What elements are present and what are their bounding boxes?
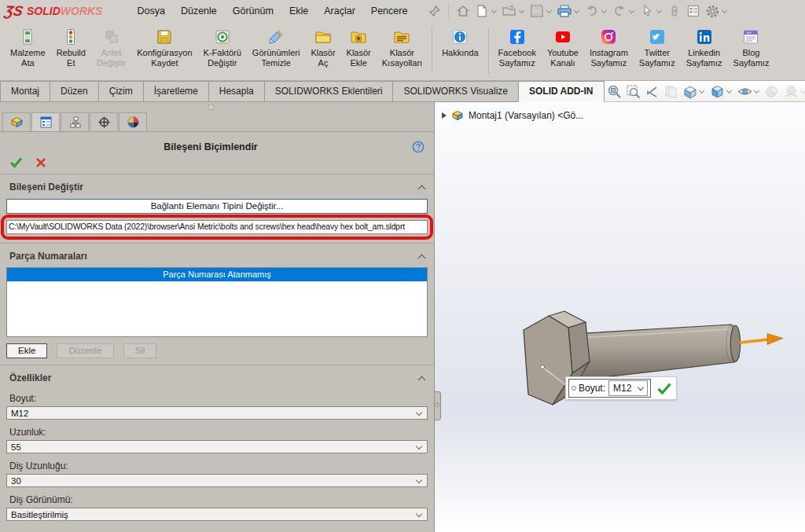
print-button[interactable] bbox=[555, 2, 583, 20]
undo-icon bbox=[583, 2, 601, 20]
thread-display-dropdown[interactable]: Basitleştirilmiş bbox=[6, 508, 428, 521]
change-k-factor-button[interactable]: K-Faktörü Değiştir bbox=[198, 28, 247, 69]
component-path-wrap: C:\MyVault\SOLIDWORKS Data (2022)\browse… bbox=[6, 220, 428, 234]
home-icon bbox=[454, 2, 472, 20]
section-view-button[interactable] bbox=[682, 83, 707, 100]
zoom-to-area-button[interactable] bbox=[625, 83, 641, 100]
undo-button[interactable] bbox=[583, 2, 610, 20]
magnet-toggle-button[interactable] bbox=[665, 2, 684, 20]
blog-page-button[interactable]: Blog Sayfamız bbox=[728, 28, 775, 69]
component-path-field[interactable]: C:\MyVault\SOLIDWORKS Data (2022)\browse… bbox=[6, 220, 428, 234]
add-folder-button[interactable]: Klasör Ekle bbox=[341, 28, 377, 69]
view-orientation-button[interactable] bbox=[709, 83, 734, 100]
tab-displaymanager[interactable] bbox=[119, 112, 147, 131]
tab-montaj[interactable]: Montaj bbox=[0, 81, 50, 102]
tab-duzen[interactable]: Düzen bbox=[50, 81, 99, 102]
select-tool-button[interactable] bbox=[638, 2, 665, 20]
callout-size-dropdown[interactable]: M12 bbox=[608, 380, 648, 396]
properties-button[interactable] bbox=[684, 2, 703, 20]
change-fastener-type-button[interactable]: Bağlantı Elemanı Tipini Değiştir... bbox=[6, 199, 428, 214]
tab-isaretleme[interactable]: İşaretleme bbox=[143, 81, 209, 102]
save-button[interactable] bbox=[527, 2, 555, 20]
callout-label: Boyut: bbox=[579, 383, 605, 394]
folder-add-icon bbox=[350, 28, 367, 46]
instagram-page-button[interactable]: Instagram Sayfamız bbox=[584, 28, 634, 69]
rebuild-button[interactable]: Rebuild Et bbox=[51, 28, 91, 69]
menu-araclar[interactable]: Araçlar bbox=[316, 1, 363, 22]
redo-icon bbox=[611, 2, 628, 20]
tab-solidworks-eklentileri[interactable]: SOLIDWORKS Eklentileri bbox=[264, 81, 394, 102]
open-folder-button[interactable]: Klasör Aç bbox=[305, 28, 340, 69]
home-button[interactable] bbox=[454, 2, 472, 20]
tree-expand-icon[interactable] bbox=[442, 112, 447, 119]
help-icon[interactable] bbox=[412, 141, 425, 153]
open-button[interactable] bbox=[500, 2, 527, 20]
menu-dosya[interactable]: Dosya bbox=[129, 1, 172, 22]
menu-pencere[interactable]: Pencere bbox=[363, 1, 416, 22]
section-properties-header[interactable]: Özellikler bbox=[0, 365, 434, 386]
displaymanager-icon bbox=[127, 116, 140, 129]
menu-ekle[interactable]: Ekle bbox=[281, 1, 316, 22]
tree-item-label[interactable]: Montaj1 (Varsayılan) <Gö... bbox=[469, 110, 583, 121]
section-view-icon bbox=[682, 83, 698, 100]
collapse-chevron-icon bbox=[418, 254, 426, 262]
edit-appearance-button bbox=[764, 83, 781, 100]
redo-button[interactable] bbox=[610, 2, 638, 20]
tab-solidworks-visualize[interactable]: SOLIDWORKS Visualize bbox=[392, 81, 519, 102]
save-configuration-button[interactable]: Konfigürasyon Kaydet bbox=[131, 28, 197, 69]
hex-bolt-model[interactable] bbox=[435, 102, 805, 532]
thread-length-dropdown[interactable]: 30 bbox=[6, 474, 428, 487]
graphics-viewport[interactable]: Montaj1 (Varsayılan) <Gö... Boyut: M12 bbox=[435, 102, 805, 532]
selected-list-item[interactable]: Parça Numarası Atanmamış bbox=[7, 268, 427, 281]
about-button[interactable]: Hakkında bbox=[436, 28, 483, 59]
tab-dimxpertmanager[interactable] bbox=[90, 112, 118, 131]
section-part-numbers-header[interactable]: Parça Numaraları bbox=[0, 244, 434, 264]
tab-solid-add-in[interactable]: SOLID ADD-IN bbox=[518, 81, 605, 102]
ok-check-button[interactable] bbox=[9, 156, 23, 168]
feature-tree-root[interactable]: Montaj1 (Varsayılan) <Gö... bbox=[442, 109, 583, 122]
button-label: Sayfamız bbox=[686, 58, 722, 68]
grip-handle-icon[interactable] bbox=[208, 104, 215, 111]
pin-menu-icon[interactable] bbox=[426, 2, 443, 20]
chevron-down-icon bbox=[722, 7, 727, 13]
tab-hesapla[interactable]: Hesapla bbox=[208, 81, 265, 102]
dimxpert-icon bbox=[97, 116, 111, 129]
new-document-button[interactable] bbox=[472, 2, 500, 20]
callout-confirm-check-button[interactable] bbox=[656, 382, 672, 395]
section-change-component-header[interactable]: Bileşeni Değiştir bbox=[0, 174, 434, 195]
tab-propertymanager[interactable] bbox=[31, 112, 60, 131]
twitter-page-button[interactable]: Twitter Sayfamız bbox=[634, 28, 681, 69]
panel-splitter-handle[interactable] bbox=[435, 391, 441, 420]
folder-shortcuts-button[interactable]: Klasör Kısayolları bbox=[377, 28, 428, 69]
options-button[interactable] bbox=[703, 2, 730, 20]
youtube-channel-button[interactable]: Youtube Kanalı bbox=[542, 28, 584, 69]
previous-view-icon bbox=[644, 83, 660, 100]
button-label: Klasör bbox=[390, 48, 414, 58]
previous-view-button[interactable] bbox=[644, 83, 660, 100]
linkedin-page-button[interactable]: Linkedin Sayfamız bbox=[681, 28, 728, 69]
tab-configurationmanager[interactable] bbox=[61, 112, 89, 131]
print-icon bbox=[556, 2, 573, 20]
menu-gorunum[interactable]: Görünüm bbox=[225, 1, 281, 22]
list-properties-icon bbox=[685, 2, 702, 20]
chevron-down-icon bbox=[800, 87, 805, 93]
button-label: Konfigürasyon bbox=[137, 48, 192, 58]
tab-featuremanager[interactable] bbox=[2, 112, 31, 131]
add-button[interactable]: Ekle bbox=[6, 343, 47, 358]
panel-top-grip[interactable] bbox=[0, 102, 434, 112]
menu-duzenle[interactable]: Düzenle bbox=[173, 1, 225, 22]
cancel-x-button[interactable] bbox=[35, 157, 46, 168]
length-dropdown[interactable]: 55 bbox=[6, 440, 428, 453]
clear-views-button[interactable]: Görünümleri Temizle bbox=[247, 28, 306, 69]
hide-show-items-button[interactable] bbox=[737, 83, 762, 100]
size-dropdown[interactable]: M12 bbox=[6, 406, 428, 420]
facebook-page-button[interactable]: Facebook Sayfamız bbox=[493, 28, 542, 69]
part-number-list[interactable]: Parça Numarası Atanmamış bbox=[6, 267, 428, 337]
pages-icon bbox=[663, 83, 679, 100]
section-title: Bileşeni Değiştir bbox=[9, 182, 419, 193]
chevron-down-icon bbox=[416, 510, 422, 516]
tab-cizim[interactable]: Çizim bbox=[98, 81, 144, 102]
assign-material-button[interactable]: Malzeme Ata bbox=[5, 28, 51, 69]
zoom-to-fit-button[interactable] bbox=[606, 83, 623, 100]
k-factor-icon bbox=[214, 28, 231, 46]
